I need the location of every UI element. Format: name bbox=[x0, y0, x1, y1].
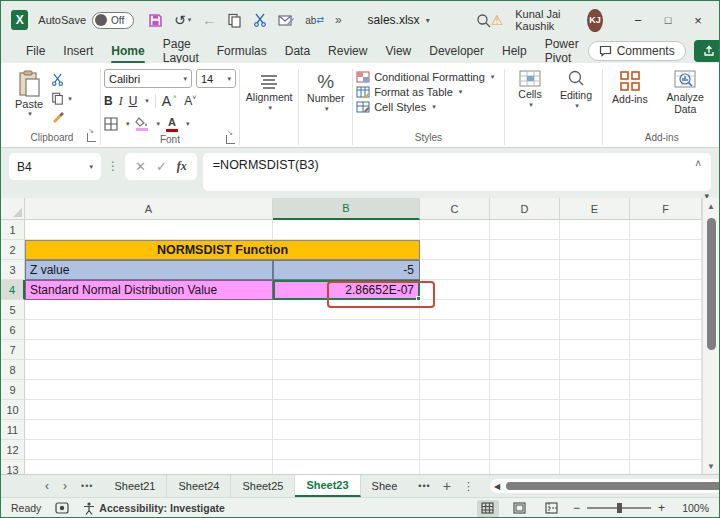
cell-c9[interactable] bbox=[420, 380, 490, 400]
cell-c2[interactable] bbox=[420, 240, 490, 260]
row-header-3[interactable]: 3 bbox=[1, 260, 25, 280]
cell-e4[interactable] bbox=[560, 280, 630, 300]
cancel-icon[interactable]: ✕ bbox=[135, 159, 146, 174]
formula-bar-collapse-icon[interactable]: ˄ bbox=[695, 158, 701, 169]
cell-f9[interactable] bbox=[630, 380, 702, 400]
zoom-out-icon[interactable]: − bbox=[573, 501, 580, 515]
share-button[interactable]: ▾ bbox=[694, 40, 720, 62]
cell-f13[interactable] bbox=[630, 460, 702, 474]
undo-icon[interactable]: ↺▾ bbox=[174, 13, 191, 27]
sheet-nav-more-icon[interactable]: ••• bbox=[81, 481, 93, 491]
cell-d9[interactable] bbox=[490, 380, 560, 400]
email-pen-icon[interactable] bbox=[278, 14, 294, 27]
close-button[interactable]: × bbox=[683, 13, 713, 28]
cell-d6[interactable] bbox=[490, 320, 560, 340]
column-header-f[interactable]: F bbox=[630, 198, 702, 220]
macro-record-icon[interactable] bbox=[55, 502, 69, 514]
font-color-dropdown[interactable]: ▾ bbox=[186, 120, 190, 128]
sheet-nav-next-icon[interactable]: › bbox=[63, 479, 67, 493]
cell-d11[interactable] bbox=[490, 420, 560, 440]
accessibility-status[interactable]: Accessibility: Investigate bbox=[83, 502, 224, 515]
sheet-tab-sheet21[interactable]: Sheet21 bbox=[103, 475, 167, 497]
cell-b5[interactable] bbox=[273, 300, 420, 320]
cell-e12[interactable] bbox=[560, 440, 630, 460]
normal-view-button[interactable] bbox=[477, 500, 499, 517]
analyze-data-button[interactable]: Analyze Data bbox=[659, 66, 711, 132]
cell-a11[interactable] bbox=[25, 420, 273, 440]
cell-a7[interactable] bbox=[25, 340, 273, 360]
cell-f2[interactable] bbox=[630, 240, 702, 260]
cell-c13[interactable] bbox=[420, 460, 490, 474]
fill-handle[interactable] bbox=[416, 296, 421, 301]
comments-button[interactable]: Comments bbox=[588, 41, 686, 61]
column-header-a[interactable]: A bbox=[25, 198, 273, 220]
borders-button[interactable] bbox=[104, 117, 118, 131]
cell-a3-z-label[interactable]: Z value bbox=[25, 260, 273, 280]
cell-f11[interactable] bbox=[630, 420, 702, 440]
cell-d3[interactable] bbox=[490, 260, 560, 280]
row-header-1[interactable]: 1 bbox=[1, 220, 25, 240]
cell-b10[interactable] bbox=[273, 400, 420, 420]
cell-c8[interactable] bbox=[420, 360, 490, 380]
cell-c3[interactable] bbox=[420, 260, 490, 280]
qat-overflow-icon[interactable]: » bbox=[335, 13, 342, 27]
row-header-2[interactable]: 2 bbox=[1, 240, 25, 260]
cell-d1[interactable] bbox=[490, 220, 560, 240]
cell-d12[interactable] bbox=[490, 440, 560, 460]
cell-c7[interactable] bbox=[420, 340, 490, 360]
cell-e10[interactable] bbox=[560, 400, 630, 420]
cell-c10[interactable] bbox=[420, 400, 490, 420]
font-color-button[interactable]: A bbox=[166, 117, 178, 132]
cut-button[interactable] bbox=[51, 72, 72, 87]
cell-styles-button[interactable]: Cell Styles▾ bbox=[356, 101, 494, 113]
excel-logo-icon[interactable]: X bbox=[11, 10, 28, 30]
cell-b8[interactable] bbox=[273, 360, 420, 380]
cell-e8[interactable] bbox=[560, 360, 630, 380]
horizontal-scrollbar[interactable]: ◀ ▶ bbox=[490, 479, 720, 493]
cell-c4[interactable] bbox=[420, 280, 490, 300]
name-box-splitter[interactable]: ⋮ bbox=[107, 153, 119, 173]
number-button[interactable]: % Number ▾ bbox=[307, 66, 344, 132]
shrink-font-button[interactable]: A˅ bbox=[184, 94, 196, 108]
sheet-overflow-icon[interactable]: ••• bbox=[418, 481, 430, 491]
sheet-nav-prev-icon[interactable]: ‹ bbox=[45, 479, 49, 493]
cell-a9[interactable] bbox=[25, 380, 273, 400]
tab-home[interactable]: Home bbox=[102, 42, 153, 60]
cell-f4[interactable] bbox=[630, 280, 702, 300]
row-header-9[interactable]: 9 bbox=[1, 380, 25, 400]
borders-dropdown[interactable]: ▾ bbox=[126, 120, 130, 128]
cell-b7[interactable] bbox=[273, 340, 420, 360]
cell-f8[interactable] bbox=[630, 360, 702, 380]
enter-icon[interactable]: ✓ bbox=[156, 159, 167, 174]
sheet-tab-sheet23-active[interactable]: Sheet23 bbox=[295, 475, 360, 497]
column-header-c[interactable]: C bbox=[420, 198, 490, 220]
tab-file[interactable]: File bbox=[17, 42, 54, 60]
cell-c5[interactable] bbox=[420, 300, 490, 320]
row-header-13[interactable]: 13 bbox=[1, 460, 25, 474]
insert-function-icon[interactable]: fx bbox=[177, 159, 187, 174]
editing-button[interactable]: Editing ▾ bbox=[560, 66, 592, 132]
page-layout-view-button[interactable] bbox=[509, 500, 531, 517]
cell-c6[interactable] bbox=[420, 320, 490, 340]
format-painter-button[interactable] bbox=[51, 110, 72, 125]
cell-b1[interactable] bbox=[273, 220, 420, 240]
cell-b11[interactable] bbox=[273, 420, 420, 440]
copy-button[interactable]: ▾ bbox=[51, 91, 72, 106]
sheet-tab-sheet25[interactable]: Sheet25 bbox=[231, 475, 295, 497]
cell-b9[interactable] bbox=[273, 380, 420, 400]
copy-icon[interactable] bbox=[227, 13, 242, 28]
tab-developer[interactable]: Developer bbox=[420, 42, 493, 60]
cell-a13[interactable] bbox=[25, 460, 273, 474]
hscroll-left-icon[interactable]: ◀ bbox=[494, 482, 500, 491]
cell-e3[interactable] bbox=[560, 260, 630, 280]
maximize-button[interactable]: □ bbox=[653, 14, 683, 26]
name-box[interactable]: B4 ▾ bbox=[9, 153, 101, 180]
vertical-scroll-thumb[interactable] bbox=[707, 218, 716, 350]
cell-d13[interactable] bbox=[490, 460, 560, 474]
zoom-level[interactable]: 100% bbox=[675, 502, 709, 514]
cell-a1[interactable] bbox=[25, 220, 273, 240]
tab-help[interactable]: Help bbox=[493, 42, 536, 60]
column-header-d[interactable]: D bbox=[490, 198, 560, 220]
back-arrow-icon[interactable]: ← bbox=[202, 13, 216, 27]
row-header-5[interactable]: 5 bbox=[1, 300, 25, 320]
